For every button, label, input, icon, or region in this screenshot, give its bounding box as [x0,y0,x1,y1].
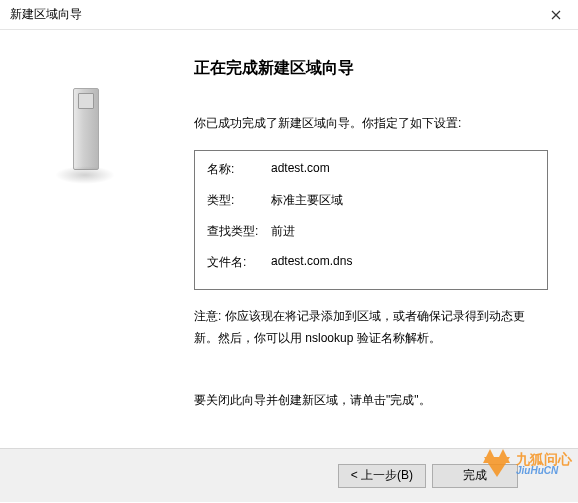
summary-row-type: 类型: 标准主要区域 [207,192,535,209]
server-icon [55,80,115,190]
summary-value: adtest.com [271,161,535,178]
note-text: 注意: 你应该现在将记录添加到区域，或者确保记录得到动态更新。然后，你可以用 n… [194,306,548,349]
summary-label: 查找类型: [207,223,271,240]
intro-text: 你已成功完成了新建区域向导。你指定了如下设置: [194,115,548,132]
finish-button[interactable]: 完成 [432,464,518,488]
window-title: 新建区域向导 [10,6,82,23]
summary-value: 标准主要区域 [271,192,535,209]
wizard-sidebar [0,30,170,448]
wizard-footer: < 上一步(B) 完成 [0,448,578,502]
back-button[interactable]: < 上一步(B) [338,464,426,488]
summary-row-name: 名称: adtest.com [207,161,535,178]
summary-value: adtest.com.dns [271,254,535,271]
summary-value: 前进 [271,223,535,240]
close-icon [551,10,561,20]
close-button[interactable] [533,0,578,30]
wizard-content: 正在完成新建区域向导 你已成功完成了新建区域向导。你指定了如下设置: 名称: a… [170,30,578,448]
summary-row-lookup: 查找类型: 前进 [207,223,535,240]
instruction-text: 要关闭此向导并创建新区域，请单击"完成"。 [194,391,548,410]
titlebar: 新建区域向导 [0,0,578,30]
summary-label: 名称: [207,161,271,178]
summary-label: 文件名: [207,254,271,271]
wizard-body: 正在完成新建区域向导 你已成功完成了新建区域向导。你指定了如下设置: 名称: a… [0,30,578,448]
summary-row-file: 文件名: adtest.com.dns [207,254,535,271]
settings-summary-box[interactable]: 名称: adtest.com 类型: 标准主要区域 查找类型: 前进 文件名: … [194,150,548,290]
page-heading: 正在完成新建区域向导 [194,58,548,79]
summary-label: 类型: [207,192,271,209]
